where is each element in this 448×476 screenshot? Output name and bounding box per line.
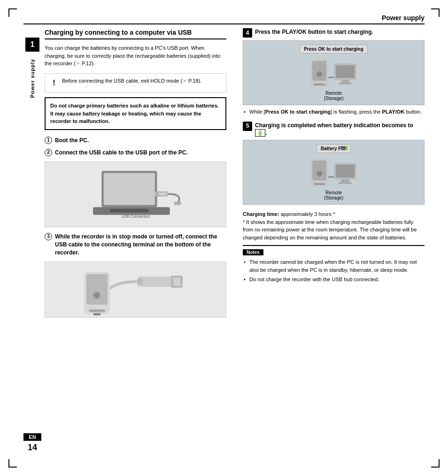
svg-rect-21 (314, 84, 325, 85)
step-5: 5 Charging is completed when battery ind… (243, 122, 425, 205)
svg-rect-1 (103, 173, 154, 205)
svg-rect-3 (110, 209, 148, 212)
step-4-header: 4 Press the PLAY/OK button to start char… (243, 28, 425, 38)
step-4-number: 4 (243, 28, 252, 38)
warning-text-1: Before connecting the USB cable, exit HO… (62, 77, 221, 84)
svg-rect-23 (336, 65, 355, 78)
svg-rect-28 (312, 161, 326, 180)
main-content: Charging by connecting to a computer via… (45, 28, 425, 448)
step-3: 3 While the recorder is in stop mode or … (45, 233, 226, 256)
step-4-title: Press the PLAY/OK button to start chargi… (255, 28, 425, 38)
page-number: 14 (23, 443, 41, 453)
left-column: Charging by connecting to a computer via… (45, 28, 231, 448)
svg-rect-25 (339, 83, 352, 84)
svg-rect-13 (86, 274, 108, 305)
lang-label: EN (23, 433, 41, 441)
recorder-usb-svg (82, 262, 190, 316)
step-4-bullet: While [Press OK to start charging] is fl… (243, 108, 425, 116)
step-3-text: While the recorder is in stop mode or tu… (55, 233, 226, 256)
step-2-number: 2 (45, 149, 52, 156)
section-title: Charging by connecting to a computer via… (45, 28, 226, 39)
step-5-header: 5 Charging is completed when battery ind… (243, 122, 425, 138)
step-1-text: Boot the PC. (55, 137, 226, 145)
intro-paragraph: You can charge the batteries by connecti… (45, 44, 226, 68)
recorder-usb-image (45, 261, 226, 318)
svg-rect-5 (158, 193, 167, 195)
warning-box-1: ! Before connecting the USB cable, exit … (45, 73, 226, 92)
step-2: 2 Connect the USB cable to the USB port … (45, 149, 226, 157)
step-1: 1 Boot the PC. (45, 137, 226, 145)
corner-mark-bl (8, 459, 17, 468)
step-1-number: 1 (45, 137, 52, 144)
svg-rect-24 (341, 80, 349, 83)
header-divider (23, 23, 425, 24)
step-3-number: 3 (45, 233, 52, 240)
svg-rect-30 (314, 183, 325, 185)
notes-section: Notes The recorder cannot be charged whe… (243, 245, 425, 284)
svg-rect-17 (93, 313, 100, 315)
charging-time-section: Charging time: approximately 3 hours * *… (243, 210, 425, 241)
svg-text:USB Connection: USB Connection (121, 215, 150, 219)
svg-rect-19 (312, 61, 326, 81)
diagram-step4-device (308, 56, 360, 89)
svg-rect-34 (339, 182, 352, 184)
chapter-label: Power supply (30, 59, 35, 98)
svg-rect-6 (174, 202, 181, 205)
notes-label: Notes (243, 249, 263, 255)
chapter-number: 1 (25, 38, 39, 52)
step-4: 4 Press the PLAY/OK button to start char… (243, 28, 425, 116)
svg-rect-32 (336, 165, 355, 177)
page-title: Power supply (382, 14, 425, 22)
charging-time-label: Charging time: (243, 211, 279, 217)
svg-rect-11 (173, 277, 180, 286)
diagram-step4-bottom-label: Remote(Storage) (247, 91, 420, 101)
corner-mark-tr (431, 8, 440, 17)
right-column: 4 Press the PLAY/OK button to start char… (240, 28, 425, 448)
laptop-svg: USB Connection (89, 166, 183, 223)
step-5-title: Charging is completed when battery indic… (255, 122, 425, 138)
step-2-text: Connect the USB cable to the USB port of… (55, 149, 226, 157)
svg-rect-9 (137, 278, 143, 285)
warning-box-2: Do not charge primary batteries such as … (45, 97, 226, 130)
laptop-image: USB Connection (45, 161, 226, 227)
charging-time-note: It shows the approximate time when charg… (243, 219, 417, 240)
svg-rect-16 (89, 309, 105, 312)
diagram-step5-top-label: Ni🔋Battery Full (317, 144, 351, 153)
corner-mark-tl (8, 8, 17, 17)
diagram-step5: Ni🔋Battery Full Remote(Storage) (243, 140, 425, 205)
note-item-2: Do not charge the recorder with the USB … (243, 276, 425, 284)
step-5-number: 5 (243, 122, 252, 131)
note-item-1: The recorder cannot be charged when the … (243, 258, 425, 274)
svg-rect-33 (341, 179, 349, 182)
page-footer: EN 14 (23, 433, 41, 453)
svg-point-29 (317, 171, 322, 177)
warning-icon-1: ! (50, 78, 58, 88)
sidebar: 1 Power supply (23, 28, 41, 448)
corner-mark-br (431, 459, 440, 468)
diagram-step5-bottom-label: Remote(Storage) (247, 190, 420, 200)
diagram-step5-device (308, 156, 360, 189)
svg-point-20 (317, 71, 322, 77)
svg-rect-8 (138, 276, 176, 287)
charging-time-value: approximately 3 hours * (281, 211, 335, 217)
diagram-step4: Press OK to start charging Remote (243, 40, 425, 105)
svg-point-15 (95, 293, 99, 297)
diagram-step4-top-label: Press OK to start charging (300, 45, 368, 54)
